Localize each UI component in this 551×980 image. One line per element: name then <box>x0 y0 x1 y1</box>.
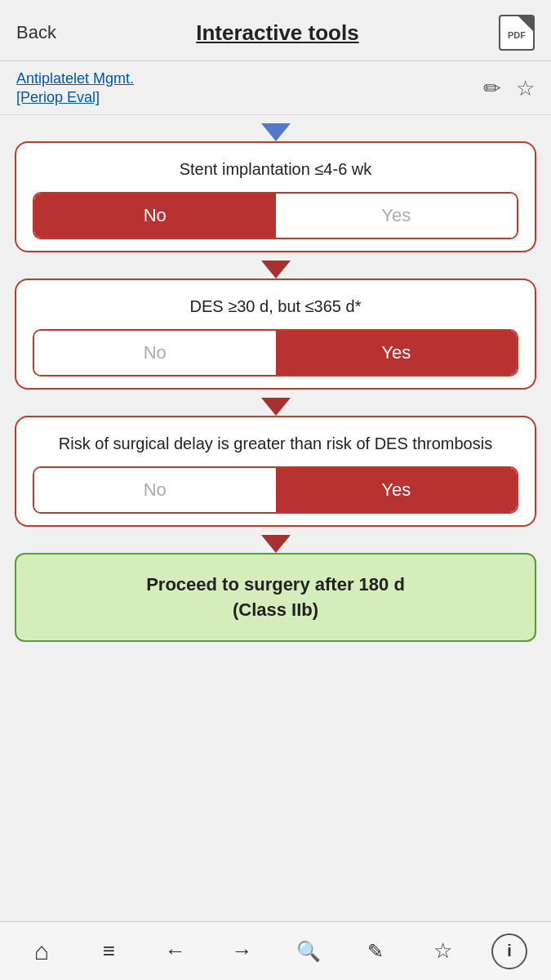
connector-1-2 <box>15 252 536 278</box>
connector-2-3 <box>15 390 536 416</box>
toggle-row-3: No Yes <box>33 466 518 514</box>
top-arrow-icon <box>261 123 291 141</box>
edit-nav-button[interactable]: ✎ <box>358 933 393 969</box>
arrow-2-3-icon <box>261 398 291 416</box>
main-content: Stent implantation ≤4-6 wk No Yes DES ≥3… <box>0 115 551 921</box>
top-connector <box>15 115 536 141</box>
no-button-1[interactable]: No <box>34 194 276 238</box>
question-card-1: Stent implantation ≤4-6 wk No Yes <box>15 141 536 252</box>
result-card: Proceed to surgery after 180 d(Class IIb… <box>15 553 536 643</box>
arrow-1-2-icon <box>261 261 291 278</box>
pdf-button[interactable]: PDF <box>499 15 535 51</box>
back-nav-button[interactable]: ← <box>158 933 193 969</box>
search-button[interactable]: 🔍 <box>291 933 327 969</box>
forward-nav-button[interactable]: → <box>224 933 260 969</box>
edit-icon[interactable]: ✏ <box>483 76 501 101</box>
home-button[interactable]: ⌂ <box>24 933 60 969</box>
bottom-navigation: ⌂ ≡ ← → 🔍 ✎ ☆ i <box>0 921 551 980</box>
bookmark-icon[interactable]: ☆ <box>516 76 535 101</box>
back-button[interactable]: Back <box>16 22 56 43</box>
toggle-row-2: No Yes <box>33 329 518 376</box>
arrow-3-result-icon <box>261 535 291 553</box>
subtitle-icons: ✏ ☆ <box>483 76 535 101</box>
question-card-2: DES ≥30 d, but ≤365 d* No Yes <box>15 278 536 390</box>
yes-button-3[interactable]: Yes <box>276 468 518 512</box>
star-nav-button[interactable]: ☆ <box>424 933 460 969</box>
connector-3-result <box>15 527 536 553</box>
result-text: Proceed to surgery after 180 d(Class IIb… <box>33 572 518 623</box>
yes-button-2[interactable]: Yes <box>276 331 518 375</box>
question-text-2: DES ≥30 d, but ≤365 d* <box>33 295 518 318</box>
yes-button-1[interactable]: Yes <box>276 194 518 238</box>
menu-button[interactable]: ≡ <box>91 933 127 969</box>
no-button-2[interactable]: No <box>34 331 276 375</box>
no-button-3[interactable]: No <box>34 468 276 512</box>
question-card-3: Risk of surgical delay is greater than r… <box>15 416 536 527</box>
page-title: Interactive tools <box>56 20 499 46</box>
info-button[interactable]: i <box>491 933 527 969</box>
subtitle-bar: Antiplatelet Mgmt.[Periop Eval] ✏ ☆ <box>0 61 551 115</box>
subtitle-text[interactable]: Antiplatelet Mgmt.[Periop Eval] <box>16 69 134 108</box>
header: Back Interactive tools PDF <box>0 0 551 61</box>
toggle-row-1: No Yes <box>33 192 518 239</box>
question-text-1: Stent implantation ≤4-6 wk <box>33 158 518 180</box>
question-text-3: Risk of surgical delay is greater than r… <box>33 432 518 455</box>
pdf-label: PDF <box>508 30 526 40</box>
